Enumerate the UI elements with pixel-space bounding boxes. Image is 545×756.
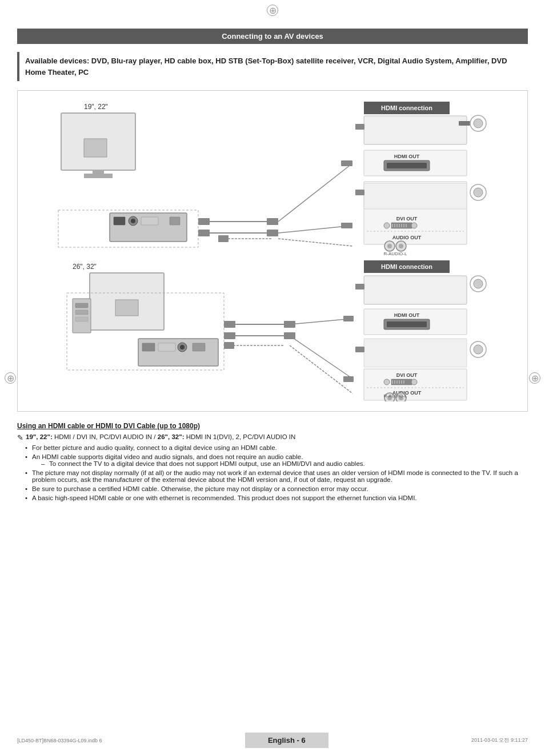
cable1-upper [278,163,352,222]
available-notice: Available devices: DVD, Blu-ray player, … [17,52,528,81]
src2-connector [355,190,364,195]
src3-connector [355,284,364,289]
src1-circle-inner [474,119,483,128]
src4-circle-inner [474,345,483,354]
audio-cable1-plug [218,235,229,242]
tv2-inner [115,300,138,316]
audio-dot-l1 [399,244,403,248]
note-bold1: 19", 22": [26,433,53,440]
hdmi-badge2-text: HDMI connection [381,263,432,270]
tv1-port4 [170,217,180,225]
src2-circle-inner [474,188,483,197]
bullet-sub-list: To connect the TV to a digital device th… [41,460,528,467]
cable2-left-plug [198,230,210,236]
tv2-back [138,339,218,366]
reg-mark-top [267,5,278,16]
reg-mark-left [5,372,16,384]
tv1-inner [84,139,107,157]
src1-connector [355,124,364,130]
source1-box [364,116,467,144]
diagram-svg: 19", 22" HDMI connection [27,99,518,401]
src3-circle-inner [474,279,483,288]
note-bold2: 26", 32": [158,433,185,440]
tv2-back-port1 [142,343,155,351]
note-icon: ✎ [17,433,23,442]
section1-label: 19", 22" [84,103,108,111]
tv1-stand-base [84,174,113,178]
cable4-plug1 [224,332,235,339]
bullet-3: The picture may not display normally (if… [25,469,528,483]
r-audio-l1-label: R-AUDIO-L [384,251,407,256]
note-text: 19", 22": HDMI / DVI IN, PC/DVI AUDIO IN… [26,433,295,442]
hdmi-out2-port-inner [387,321,427,327]
page-title: Connecting to an AV devices [17,29,528,44]
cable1-right-plug [267,218,278,225]
audio-dot-r1 [387,244,392,248]
footer: [LD450-BT]BN68-03394G-L09.indb 6 English… [0,733,545,748]
tv2-back-port2 [158,343,175,351]
dvi-port-circle1 [384,223,390,228]
source2-box [364,183,467,209]
tv1-stand-top [93,170,104,174]
dvi-out2-label: DVI OUT [396,372,418,378]
bullet-2: An HDMI cable supports digital video and… [25,453,528,467]
hdmi-out1-label: HDMI OUT [394,154,420,159]
tv2-back-port3-inner [180,345,185,349]
r-audio-l2-label: R-AUDIO-L [384,393,407,399]
tv1-port1 [114,217,125,225]
cable4-end [290,336,352,379]
cable3-end [290,319,352,324]
audio-cable2-plug [224,342,234,349]
diagram-box: 19", 22" HDMI connection [17,90,528,412]
reg-mark-right [529,372,540,384]
tv2-side-port3 [75,317,88,321]
cable4-end-plug [343,376,354,382]
tv2-side-port2 [75,310,88,315]
footer-center: English - 6 [245,733,328,748]
cable1-end1 [341,160,352,166]
hdmi-out1-port-inner [387,163,427,168]
footer-right: 2011-03-01 오전 9:11:27 [471,737,528,744]
dvi-port2-circle1 [384,379,390,385]
section2-label: 26", 32" [73,263,97,271]
bullet-sub-1: To connect the TV to a digital device th… [41,460,528,467]
hdmi-badge1-text: HDMI connection [381,104,432,111]
cable-heading: Using an HDMI cable or HDMI to DVI Cable… [17,422,528,430]
page-container: Connecting to an AV devices Available de… [0,0,545,756]
dvi-port2-circle2 [411,379,417,385]
footer-left: [LD450-BT]BN68-03394G-L09.indb 6 [17,738,102,743]
source4-box [364,339,467,367]
tv2-back-port4 [193,343,205,351]
cable1-left-plug [198,218,210,225]
audio-cable1-upper [278,239,352,246]
audio-cable2-end [290,345,352,393]
dvi-out1-label: DVI OUT [396,216,418,222]
bullet-5: A basic high-speed HDMI cable or one wit… [25,494,528,501]
bullet-1: For better picture and audio quality, co… [25,444,528,451]
tv2-side-port [75,303,88,308]
bullet-4: Be sure to purchase a certified HDMI cab… [25,485,528,492]
src1-plug [459,121,470,126]
cable2-right-plug [267,230,278,236]
dvi-port-circle2 [411,223,417,228]
src4-connector [355,347,364,352]
cable3-end-plug [343,316,354,321]
cable2-end [341,223,352,228]
bullet-list: For better picture and audio quality, co… [25,444,528,501]
note-line: ✎ 19", 22": HDMI / DVI IN, PC/DVI AUDIO … [17,433,528,442]
tv1-port2-inner [131,219,135,223]
hdmi-out2-label: HDMI OUT [394,312,420,318]
tv1-port3 [141,217,158,225]
source3-box [364,276,467,304]
bottom-text: Using an HDMI cable or HDMI to DVI Cable… [17,422,528,501]
audio-out1-label: AUDIO OUT [392,235,422,240]
cable3-plug1 [224,321,235,328]
